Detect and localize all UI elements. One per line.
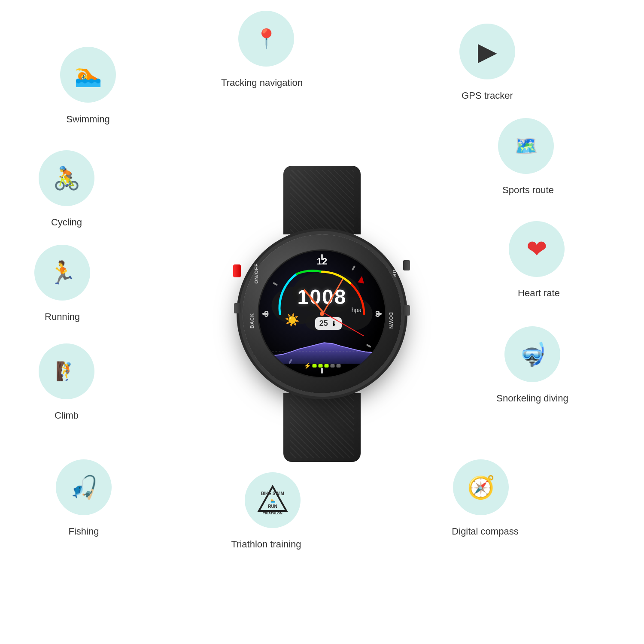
svg-text:BIKE SWIM: BIKE SWIM [261, 491, 284, 496]
snorkeling-icon: 🤿 [519, 343, 547, 365]
fishing-icon: 🎣 [70, 476, 98, 498]
cycling-icon: 🚴 [53, 167, 81, 189]
altitude-chart [265, 334, 379, 364]
heart-rate-icon: ❤ [526, 237, 547, 261]
num-12: 12 [317, 256, 327, 267]
label-up: UP [392, 270, 397, 277]
num-9: 9 [264, 309, 269, 319]
watch: ON/OFF BACK UP DOWN [215, 166, 429, 466]
svg-text:🏊: 🏊 [270, 498, 276, 503]
fishing-circle: 🎣 [56, 459, 112, 515]
snorkeling-label: Snorkeling diving [485, 393, 580, 404]
label-onoff: ON/OFF [254, 263, 259, 284]
triathlon-icon: BIKE SWIM 🏊 RUN TRIATHLON [255, 483, 290, 517]
hpa-unit: hpa [352, 307, 361, 313]
climb-icon: 🧗 [55, 362, 78, 380]
band-bottom [283, 393, 361, 462]
svg-text:RUN: RUN [268, 504, 277, 509]
compass-label: Digital compass [440, 526, 530, 537]
sports-route-icon: 🗺️ [514, 137, 538, 155]
swimming-label: Swimming [60, 114, 116, 125]
battery-area: ⚡ [304, 362, 341, 369]
label-back: BACK [249, 313, 255, 328]
gps-icon: ▶ [478, 39, 497, 64]
tracking-label: Tracking navigation [202, 77, 322, 88]
running-icon: 🏃 [49, 261, 76, 284]
triathlon-circle: BIKE SWIM 🏊 RUN TRIATHLON [245, 472, 301, 528]
gps-circle: ▶ [459, 24, 515, 79]
button-down[interactable] [403, 305, 410, 316]
battery-bar-5 [337, 364, 341, 368]
battery-bar-1 [313, 364, 317, 368]
label-down: DOWN [389, 313, 394, 329]
climb-circle: 🧗 [39, 343, 94, 399]
watch-face: 12 9 3 1008 hpa ☀️ 25 🌡 [258, 249, 386, 378]
svg-rect-14 [352, 265, 355, 270]
heart-rate-label: Heart rate [504, 288, 573, 299]
heart-rate-circle: ❤ [509, 221, 565, 277]
gps-label: GPS tracker [455, 90, 519, 101]
swimming-icon: 🏊 [74, 64, 102, 86]
fishing-label: Fishing [56, 526, 112, 537]
temp-value: 25 [319, 319, 328, 328]
center-dot [320, 312, 324, 316]
button-back[interactable] [234, 303, 241, 313]
tracking-icon: 📍 [255, 29, 278, 48]
tracking-circle: 📍 [238, 11, 294, 67]
weather-icon: ☀️ [285, 313, 300, 327]
climb-label: Climb [43, 410, 90, 421]
button-onoff[interactable] [233, 264, 241, 277]
battery-bar-4 [331, 364, 335, 368]
running-circle: 🏃 [34, 245, 90, 301]
button-up[interactable] [403, 260, 410, 270]
snorkeling-circle: 🤿 [504, 326, 560, 382]
compass-icon: 🧭 [467, 476, 495, 498]
hpa-value: 1008 [298, 285, 347, 309]
sports-route-circle: 🗺️ [498, 118, 554, 174]
num-3: 3 [375, 309, 380, 319]
svg-text:TRIATHLON: TRIATHLON [263, 511, 283, 515]
watch-body: ON/OFF BACK UP DOWN [243, 234, 401, 393]
battery-bar-2 [319, 364, 323, 368]
triathlon-label: Triathlon training [206, 539, 326, 550]
battery-bar-3 [325, 364, 329, 368]
cycling-label: Cycling [39, 217, 94, 228]
running-label: Running [34, 311, 90, 322]
sports-route-label: Sports route [489, 185, 567, 196]
svg-rect-17 [273, 282, 278, 286]
battery-icon: ⚡ [304, 362, 311, 369]
temp-box: 25 🌡 [315, 317, 342, 330]
swimming-circle: 🏊 [60, 47, 116, 103]
band-top [283, 166, 361, 234]
cycling-circle: 🚴 [39, 150, 94, 206]
compass-circle: 🧭 [453, 459, 509, 515]
